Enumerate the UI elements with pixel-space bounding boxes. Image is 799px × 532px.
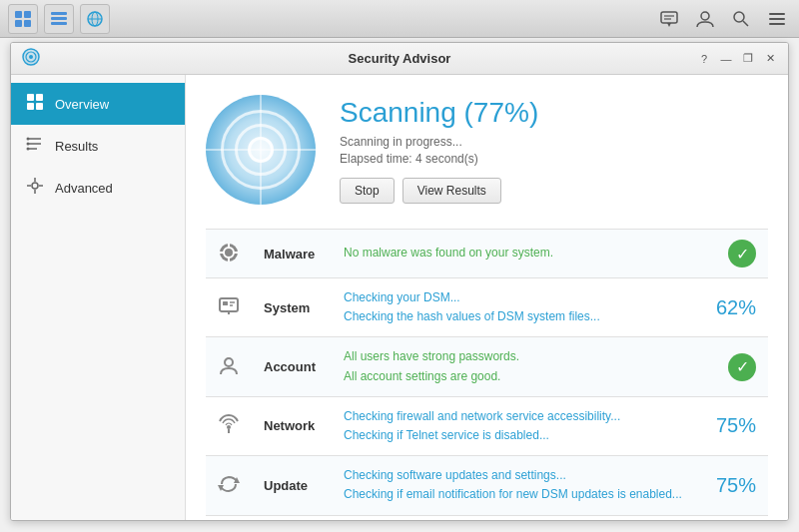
window-app-icon	[21, 47, 41, 70]
svg-rect-4	[51, 12, 67, 15]
taskbar-right-icons	[655, 5, 791, 33]
grid-app-icon[interactable]	[8, 4, 38, 34]
sidebar-item-results[interactable]: Results	[11, 125, 185, 167]
svg-point-31	[27, 138, 30, 141]
table-row-network: Network Checking firewall and network se…	[206, 396, 768, 455]
svg-rect-45	[220, 298, 238, 311]
svg-rect-6	[51, 22, 67, 25]
svg-rect-5	[51, 17, 67, 20]
overview-label: Overview	[55, 97, 109, 112]
category-icon-account	[206, 337, 252, 396]
category-label-malware: Malware	[252, 230, 332, 278]
globe-app-icon[interactable]	[80, 4, 110, 34]
category-status-account: All users have strong passwords.All acco…	[332, 337, 704, 396]
scan-buttons: Stop View Results	[340, 178, 538, 204]
advanced-icon	[25, 177, 45, 199]
table-row-update: Update Checking software updates and set…	[206, 456, 768, 515]
title-bar: Security Advisor ? — ❐ ✕	[11, 43, 788, 75]
table-row-account: Account All users have strong passwords.…	[206, 337, 768, 396]
svg-rect-19	[769, 18, 785, 20]
window-controls: ? — ❐ ✕	[696, 51, 778, 67]
results-table: Malware No malware was found on your sys…	[206, 229, 768, 516]
svg-point-32	[27, 143, 30, 146]
stop-button[interactable]: Stop	[340, 178, 395, 204]
category-label-account: Account	[252, 337, 332, 396]
svg-point-10	[88, 12, 102, 26]
main-content: Scanning (77%) Scanning in progress... E…	[186, 75, 788, 520]
svg-rect-20	[769, 23, 785, 25]
svg-rect-3	[24, 20, 31, 27]
category-label-system: System	[252, 278, 332, 337]
svg-rect-26	[27, 103, 34, 110]
percent-system: 62%	[716, 296, 756, 318]
results-label: Results	[55, 139, 98, 154]
category-result-network: 75%	[704, 396, 768, 455]
search-icon[interactable]	[727, 5, 755, 33]
scan-status-2: Elapsed time: 4 second(s)	[340, 152, 538, 166]
svg-point-34	[32, 183, 38, 189]
app-body: Overview Results	[11, 75, 788, 520]
sidebar: Overview Results	[11, 75, 186, 520]
security-advisor-window: Security Advisor ? — ❐ ✕ Overview	[10, 42, 789, 521]
svg-point-23	[29, 55, 33, 59]
category-status-malware: No malware was found on your system.	[332, 230, 704, 278]
sidebar-item-overview[interactable]: Overview	[11, 83, 185, 125]
scan-title: Scanning (77%)	[340, 97, 538, 129]
svg-point-16	[734, 12, 744, 22]
category-icon-malware	[206, 230, 252, 278]
check-icon-account: ✓	[728, 353, 756, 381]
list-app-icon[interactable]	[44, 4, 74, 34]
help-button[interactable]: ?	[696, 51, 712, 67]
svg-point-33	[27, 148, 30, 151]
minimize-button[interactable]: —	[718, 51, 734, 67]
category-result-update: 75%	[704, 456, 768, 515]
category-icon-update	[206, 456, 252, 515]
scan-status-1: Scanning in progress...	[340, 135, 538, 149]
advanced-label: Advanced	[55, 181, 113, 196]
svg-rect-18	[769, 13, 785, 15]
sidebar-item-advanced[interactable]: Advanced	[11, 167, 185, 209]
svg-rect-25	[36, 94, 43, 101]
taskbar	[0, 0, 799, 38]
svg-point-51	[225, 358, 233, 366]
percent-network: 75%	[716, 414, 756, 436]
svg-marker-14	[667, 23, 671, 27]
category-icon-network	[206, 396, 252, 455]
svg-point-52	[227, 425, 231, 429]
svg-rect-11	[661, 12, 677, 23]
table-row-malware: Malware No malware was found on your sys…	[206, 230, 768, 278]
overview-icon	[25, 93, 45, 115]
category-status-network: Checking firewall and network service ac…	[332, 396, 704, 455]
svg-rect-46	[223, 301, 228, 305]
svg-rect-0	[15, 11, 22, 18]
category-status-update: Checking software updates and settings..…	[332, 456, 704, 515]
percent-update: 75%	[716, 474, 756, 496]
svg-line-17	[743, 21, 748, 26]
close-button[interactable]: ✕	[762, 51, 778, 67]
check-icon-malware: ✓	[728, 240, 756, 267]
menu-icon[interactable]	[763, 5, 791, 33]
category-icon-system	[206, 278, 252, 337]
chat-icon[interactable]	[655, 5, 683, 33]
category-label-update: Update	[252, 456, 332, 515]
scan-header: Scanning (77%) Scanning in progress... E…	[206, 95, 768, 205]
category-result-account: ✓	[704, 337, 768, 396]
table-row-system: System Checking your DSM...Checking the …	[206, 278, 768, 337]
category-status-system: Checking your DSM...Checking the hash va…	[332, 278, 704, 337]
window-title: Security Advisor	[349, 51, 451, 66]
svg-point-15	[701, 12, 709, 20]
view-results-button[interactable]: View Results	[402, 178, 501, 204]
scan-info: Scanning (77%) Scanning in progress... E…	[340, 97, 538, 204]
maximize-button[interactable]: ❐	[740, 51, 756, 67]
category-result-system: 62%	[704, 278, 768, 337]
category-result-malware: ✓	[704, 230, 768, 278]
svg-rect-24	[27, 94, 34, 101]
svg-rect-2	[15, 20, 22, 27]
svg-rect-1	[24, 11, 31, 18]
svg-rect-27	[36, 103, 43, 110]
user-icon[interactable]	[691, 5, 719, 33]
results-icon	[25, 135, 45, 157]
category-label-network: Network	[252, 396, 332, 455]
radar-animation	[206, 95, 316, 205]
